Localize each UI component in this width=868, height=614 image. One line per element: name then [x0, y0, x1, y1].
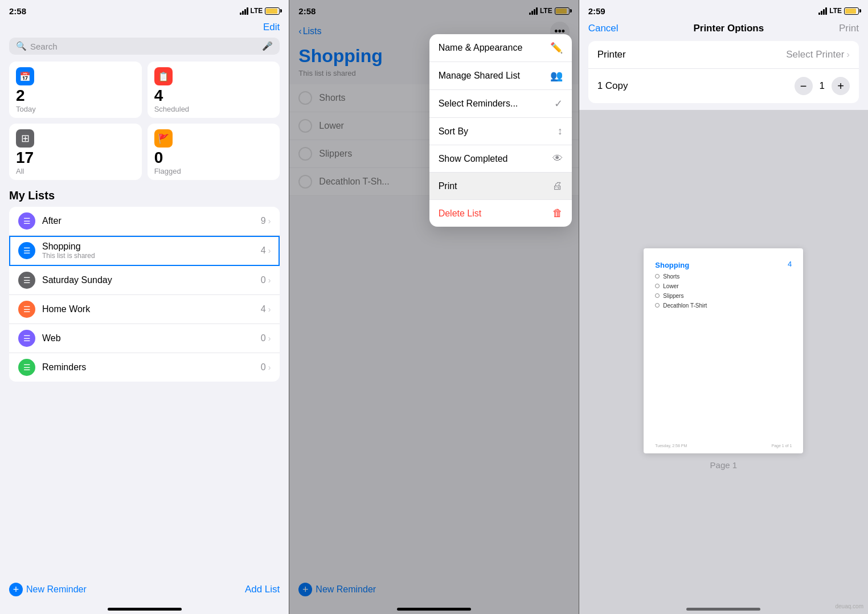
- scheduled-icon: 📋: [154, 67, 173, 85]
- list-item-shopping[interactable]: ☰ Shopping This list is shared 4 ›: [9, 236, 280, 266]
- list-item-homework[interactable]: ☰ Home Work 4 ›: [9, 295, 280, 324]
- all-icon: ⊞: [16, 129, 34, 148]
- add-list-btn[interactable]: Add List: [245, 584, 280, 595]
- menu-label-select-reminders: Select Reminders...: [439, 99, 518, 109]
- print-count: 4: [788, 260, 792, 268]
- scheduled-count: 4: [154, 88, 273, 104]
- after-chevron: ›: [268, 216, 271, 226]
- footer-left: Tuesday, 2:58 PM: [655, 444, 687, 448]
- chevron-right-icon: ›: [846, 49, 850, 60]
- list-item-saturday[interactable]: ☰ Saturday Sunday 0 ›: [9, 266, 280, 295]
- edit-icon: ✏️: [550, 42, 563, 54]
- smart-list-flagged[interactable]: 🚩 0 Flagged: [148, 124, 280, 180]
- homework-icon: ☰: [18, 301, 35, 318]
- after-count: 9: [261, 216, 266, 226]
- print-button[interactable]: Print: [839, 23, 859, 34]
- print-checkbox-3: [655, 303, 660, 308]
- printer-options-title: Printer Options: [693, 23, 764, 34]
- phone2: 2:58 LTE ‹ Lists ••• Shopping This list …: [289, 0, 578, 614]
- today-icon: 📅: [16, 67, 34, 85]
- print-preview-area: Shopping 4 Shorts Lower Slippers Decathl…: [579, 110, 868, 608]
- print-item-0: Shorts: [655, 273, 792, 280]
- increment-btn[interactable]: +: [832, 77, 850, 95]
- after-name: After: [42, 216, 261, 226]
- printer-label: Printer: [597, 49, 626, 60]
- after-icon: ☰: [18, 212, 35, 230]
- flagged-label: Flagged: [154, 167, 273, 175]
- web-name: Web: [42, 333, 261, 343]
- shopping-chevron: ›: [268, 246, 271, 255]
- list-item-web[interactable]: ☰ Web 0 ›: [9, 324, 280, 353]
- smart-list-today[interactable]: 📅 2 Today: [9, 62, 142, 118]
- page-number-label: Page 1: [710, 460, 738, 470]
- saturday-icon: ☰: [18, 272, 35, 289]
- today-label: Today: [16, 105, 135, 113]
- checkmark-icon: ✓: [554, 97, 563, 110]
- printer-options: Printer Select Printer › 1 Copy − 1 +: [579, 41, 868, 110]
- battery-icon-3: [844, 7, 859, 15]
- time-3: 2:59: [588, 6, 605, 16]
- shopping-sub: This list is shared: [42, 252, 261, 260]
- decrement-btn[interactable]: −: [795, 77, 813, 95]
- menu-item-sort-by[interactable]: Sort By ↕: [429, 118, 572, 145]
- print-checkbox-2: [655, 293, 660, 298]
- print-item-2: Slippers: [655, 293, 792, 299]
- printer-select-row[interactable]: Printer Select Printer ›: [588, 41, 859, 69]
- menu-item-show-completed[interactable]: Show Completed 👁: [429, 145, 572, 173]
- edit-button[interactable]: Edit: [263, 22, 280, 33]
- print-page: Shopping 4 Shorts Lower Slippers Decathl…: [644, 248, 803, 453]
- menu-item-print[interactable]: Print 🖨: [429, 173, 572, 200]
- smart-list-scheduled[interactable]: 📋 4 Scheduled: [148, 62, 280, 118]
- lte-label-1: LTE: [251, 7, 263, 15]
- flagged-icon: 🚩: [154, 129, 173, 148]
- battery-icon-1: [265, 7, 280, 15]
- copy-controls: − 1 +: [795, 77, 850, 95]
- today-count: 2: [16, 88, 135, 104]
- print-list-title: Shopping: [655, 261, 689, 269]
- page-footer: Tuesday, 2:58 PM Page 1 of 1: [655, 444, 792, 448]
- status-bar-1: 2:58 LTE: [0, 0, 289, 21]
- menu-item-manage-shared[interactable]: Manage Shared List 👥: [429, 62, 572, 90]
- menu-item-select-reminders[interactable]: Select Reminders... ✓: [429, 90, 572, 118]
- print-checkbox-0: [655, 274, 660, 279]
- phone1-header: Edit: [0, 21, 289, 38]
- home-indicator-3: [686, 608, 760, 611]
- saturday-count: 0: [261, 275, 266, 285]
- reminders-chevron: ›: [268, 363, 271, 372]
- search-bar[interactable]: 🔍 Search 🎤: [9, 38, 280, 55]
- trash-icon: 🗑: [552, 207, 563, 219]
- flagged-count: 0: [154, 150, 273, 166]
- print-item-1: Lower: [655, 283, 792, 289]
- menu-label-print: Print: [439, 181, 457, 191]
- status-icons-3: LTE: [818, 7, 859, 15]
- menu-label-name-appearance: Name & Appearance: [439, 43, 523, 53]
- menu-label-sort-by: Sort By: [439, 126, 468, 137]
- bottom-bar-1: + New Reminder Add List: [0, 576, 289, 608]
- list-item-after[interactable]: ☰ After 9 ›: [9, 207, 280, 236]
- cancel-button[interactable]: Cancel: [588, 23, 619, 34]
- phone1: 2:58 LTE Edit 🔍 Search 🎤 📅 2 Today: [0, 0, 289, 614]
- menu-label-delete: Delete List: [439, 208, 482, 219]
- signal-icon-1: [240, 7, 248, 15]
- saturday-chevron: ›: [268, 276, 271, 285]
- menu-label-show-completed: Show Completed: [439, 154, 508, 164]
- new-reminder-btn-1[interactable]: + New Reminder: [9, 583, 87, 596]
- homework-chevron: ›: [268, 305, 271, 314]
- print-item-text-1: Lower: [663, 283, 678, 289]
- menu-item-delete[interactable]: Delete List 🗑: [429, 200, 572, 227]
- mic-icon: 🎤: [262, 41, 273, 51]
- list-item-reminders[interactable]: ☰ Reminders 0 ›: [9, 353, 280, 382]
- phone3: 2:59 LTE Cancel Printer Options Print Pr…: [579, 0, 868, 614]
- smart-list-all[interactable]: ⊞ 17 All: [9, 124, 142, 180]
- footer-right: Page 1 of 1: [772, 444, 792, 448]
- status-icons-1: LTE: [240, 7, 280, 15]
- eye-icon: 👁: [552, 153, 563, 165]
- reminders-name: Reminders: [42, 362, 261, 373]
- homework-name: Home Work: [42, 304, 261, 314]
- printer-icon: 🖨: [552, 180, 563, 192]
- time-1: 2:58: [9, 6, 26, 16]
- menu-item-name-appearance[interactable]: Name & Appearance ✏️: [429, 34, 572, 62]
- copy-count-row: 1 Copy − 1 +: [588, 69, 859, 103]
- copy-count-value: 1: [820, 80, 825, 92]
- print-checkbox-1: [655, 284, 660, 288]
